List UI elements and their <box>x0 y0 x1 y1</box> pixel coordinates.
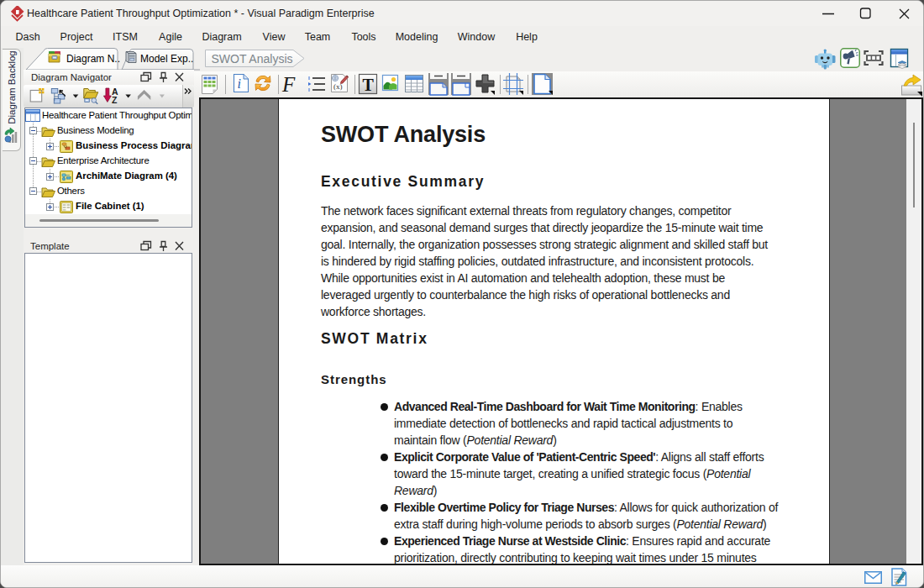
svg-text:T: T <box>363 76 375 94</box>
svg-text:F: F <box>281 73 296 96</box>
svg-text:SWOT Analysis: SWOT Analysis <box>212 52 293 66</box>
svg-text:Z: Z <box>112 95 118 105</box>
svg-text:i: i <box>238 76 241 91</box>
